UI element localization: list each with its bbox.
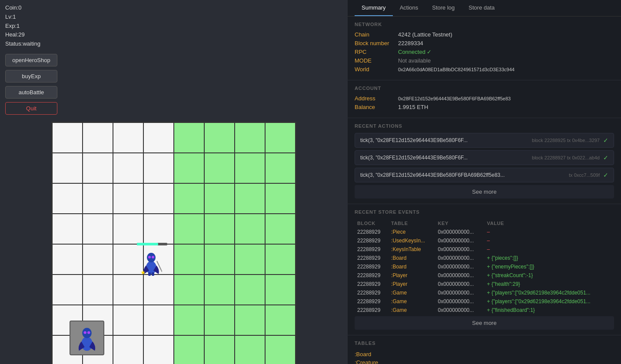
cell-3-2[interactable] (113, 214, 143, 244)
event-row-2: 22288929 :KeysInTable 0x000000000... – (355, 245, 614, 254)
event-value-6: + {"health":29} (485, 280, 614, 288)
open-hero-shop-button[interactable]: openHeroShop (5, 54, 57, 66)
cell-4-0[interactable] (52, 244, 83, 275)
event-table-3: :Board (389, 254, 435, 262)
cell-4-7[interactable] (265, 244, 296, 275)
action-check-1: ✓ (603, 154, 608, 161)
address-label: Address (355, 95, 398, 102)
event-table-9: :Game (389, 306, 435, 314)
cell-5-7[interactable] (265, 275, 296, 305)
cell-2-7[interactable] (265, 183, 296, 214)
cell-6-7[interactable] (265, 305, 296, 335)
cell-6-3[interactable] (143, 305, 174, 335)
cell-0-7[interactable] (265, 122, 296, 153)
cell-3-7[interactable] (265, 214, 296, 244)
cell-2-3[interactable] (143, 183, 174, 214)
buy-exp-button[interactable]: buyExp (5, 70, 57, 83)
rpc-row: RPC Connected ✓ (355, 49, 614, 55)
cell-0-4[interactable] (174, 122, 204, 153)
cell-0-6[interactable] (235, 122, 265, 153)
cell-3-4[interactable] (174, 214, 204, 244)
cell-5-2[interactable] (113, 275, 143, 305)
cell-7-4[interactable] (174, 335, 204, 364)
buttons-area: openHeroShop buyExp autoBattle Quit (0, 52, 348, 118)
cell-2-2[interactable] (113, 183, 143, 214)
chain-value: 4242 (Lattice Testnet) (398, 31, 452, 38)
cell-1-4[interactable] (174, 153, 204, 183)
cell-5-1[interactable] (83, 275, 113, 305)
cell-1-5[interactable] (204, 153, 235, 183)
event-block-0: 22288929 (355, 228, 389, 236)
cell-3-3[interactable] (143, 214, 174, 244)
cell-7-7[interactable] (265, 335, 296, 364)
cell-2-4[interactable] (174, 183, 204, 214)
events-see-more-button[interactable]: See more (355, 316, 614, 330)
cell-5-6[interactable] (235, 275, 265, 305)
recent-actions-section: RECENT ACTIONS tick(3, "0x28FE12d152e964… (348, 118, 621, 204)
cell-5-0[interactable] (52, 275, 83, 305)
tab-store-log[interactable]: Store log (425, 0, 462, 16)
event-table-8: :Game (389, 297, 435, 306)
tables-list: :Board:Creature (355, 350, 614, 364)
account-section: ACCOUNT Address 0x28FE12d152e964443E9Be5… (348, 80, 621, 118)
action-fn-0: tick(3, "0x28FE12d152e964443E9Be580F6F..… (360, 137, 528, 143)
cell-0-2[interactable] (113, 122, 143, 153)
cell-5-3[interactable] (143, 275, 174, 305)
cell-1-6[interactable] (235, 153, 265, 183)
cell-7-3[interactable] (143, 335, 174, 364)
cell-7-2[interactable] (113, 335, 143, 364)
event-key-4: 0x000000000... (435, 262, 485, 271)
cell-2-5[interactable] (204, 183, 235, 214)
cell-5-5[interactable] (204, 275, 235, 305)
cell-4-1[interactable] (83, 244, 113, 275)
events-table-header-row: BLOCK TABLE KEY VALUE (355, 219, 614, 228)
stat-exp: Exp:1 (5, 22, 342, 31)
cell-7-5[interactable] (204, 335, 235, 364)
auto-battle-button[interactable]: autoBattle (5, 86, 57, 99)
tables-section: TABLES :Board:Creature (348, 335, 621, 364)
cell-1-0[interactable] (52, 153, 83, 183)
quit-button[interactable]: Quit (5, 102, 57, 115)
cell-0-3[interactable] (143, 122, 174, 153)
cell-5-4[interactable] (174, 275, 204, 305)
stat-coin: Coin:0 (5, 3, 342, 13)
cell-6-4[interactable] (174, 305, 204, 335)
actions-see-more-button[interactable]: See more (355, 185, 614, 199)
cell-4-5[interactable] (204, 244, 235, 275)
col-key: KEY (435, 219, 485, 228)
cell-0-1[interactable] (83, 122, 113, 153)
event-key-5: 0x000000000... (435, 271, 485, 280)
cell-1-2[interactable] (113, 153, 143, 183)
cell-1-1[interactable] (83, 153, 113, 183)
table-item-0: :Board (355, 350, 614, 358)
cell-6-6[interactable] (235, 305, 265, 335)
cell-3-5[interactable] (204, 214, 235, 244)
event-table-5: :Player (389, 271, 435, 280)
cell-7-6[interactable] (235, 335, 265, 364)
network-title: NETWORK (355, 22, 614, 27)
cell-1-7[interactable] (265, 153, 296, 183)
tab-summary[interactable]: Summary (355, 0, 393, 16)
cell-3-1[interactable] (83, 214, 113, 244)
event-row-9: 22288929 :Game 0x000000000... + {"finish… (355, 306, 614, 314)
cell-4-4[interactable] (174, 244, 204, 275)
cell-0-0[interactable] (52, 122, 83, 153)
cell-2-1[interactable] (83, 183, 113, 214)
cell-4-6[interactable] (235, 244, 265, 275)
action-row-0: tick(3, "0x28FE12d152e964443E9Be580F6F..… (355, 133, 614, 148)
cell-6-5[interactable] (204, 305, 235, 335)
cell-3-0[interactable] (52, 214, 83, 244)
event-table-1: :UsedKeysIn... (389, 236, 435, 245)
health-fill (137, 243, 158, 245)
recent-store-events-section: RECENT STORE EVENTS BLOCK TABLE KEY VALU… (348, 204, 621, 335)
panel-content: NETWORK Chain 4242 (Lattice Testnet) Blo… (348, 17, 621, 364)
cell-3-6[interactable] (235, 214, 265, 244)
tab-store-data[interactable]: Store data (462, 0, 501, 16)
cell-1-3[interactable] (143, 153, 174, 183)
cell-2-0[interactable] (52, 183, 83, 214)
tab-actions[interactable]: Actions (393, 0, 425, 16)
cell-6-2[interactable] (113, 305, 143, 335)
event-key-0: 0x000000000... (435, 228, 485, 236)
cell-0-5[interactable] (204, 122, 235, 153)
cell-2-6[interactable] (235, 183, 265, 214)
